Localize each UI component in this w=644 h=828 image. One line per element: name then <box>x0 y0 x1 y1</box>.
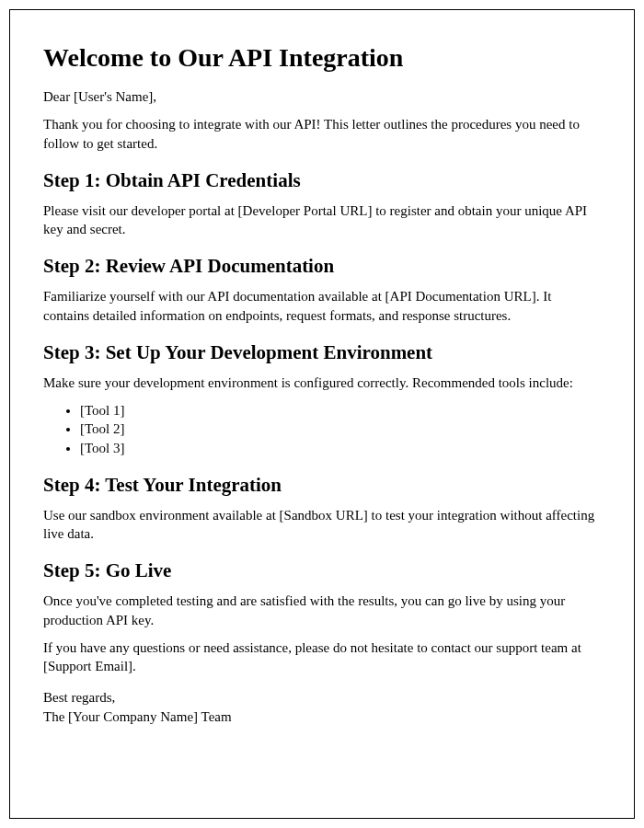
step-1-body: Please visit our developer portal at [De… <box>43 201 601 239</box>
closing: Best regards, The [Your Company Name] Te… <box>43 688 601 726</box>
support-paragraph: If you have any questions or need assist… <box>43 638 601 676</box>
step-2-body: Familiarize yourself with our API docume… <box>43 287 601 325</box>
closing-line-1: Best regards, <box>43 690 115 705</box>
step-4-heading: Step 4: Test Your Integration <box>43 474 601 497</box>
list-item: [Tool 2] <box>80 420 601 438</box>
intro-paragraph: Thank you for choosing to integrate with… <box>43 115 601 153</box>
step-1-heading: Step 1: Obtain API Credentials <box>43 169 601 192</box>
step-2-heading: Step 2: Review API Documentation <box>43 255 601 278</box>
closing-line-2: The [Your Company Name] Team <box>43 709 232 724</box>
salutation: Dear [User's Name], <box>43 87 601 106</box>
page-title: Welcome to Our API Integration <box>43 43 601 73</box>
step-5-heading: Step 5: Go Live <box>43 559 601 582</box>
step-3-body: Make sure your development environment i… <box>43 374 601 392</box>
step-4-body: Use our sandbox environment available at… <box>43 506 601 544</box>
document-page: Welcome to Our API Integration Dear [Use… <box>9 9 635 819</box>
step-3-heading: Step 3: Set Up Your Development Environm… <box>43 341 601 364</box>
list-item: [Tool 3] <box>80 439 601 457</box>
list-item: [Tool 1] <box>80 401 601 420</box>
step-5-body: Once you've completed testing and are sa… <box>43 592 601 629</box>
tools-list: [Tool 1] [Tool 2] [Tool 3] <box>43 401 601 457</box>
